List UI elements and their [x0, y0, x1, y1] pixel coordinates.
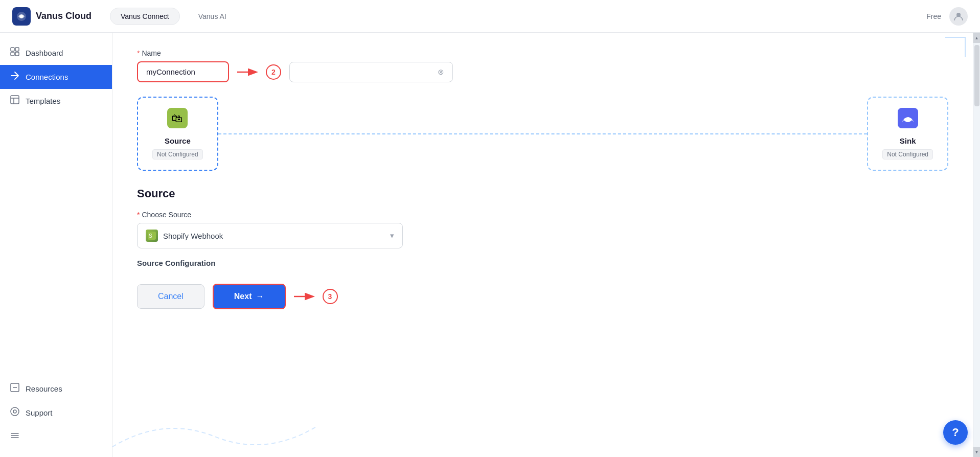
sink-status: Not Configured: [882, 149, 933, 159]
sidebar-item-label: Dashboard: [26, 49, 63, 57]
shopify-icon: S: [146, 230, 158, 242]
connection-line: [218, 133, 868, 134]
sidebar-item-label: Resources: [26, 384, 62, 393]
sidebar-item-support[interactable]: Support: [0, 401, 112, 425]
dropdown-chevron[interactable]: ▾: [390, 231, 394, 240]
source-config-label: Source Configuration: [137, 259, 948, 267]
name-field-display[interactable]: ⊗: [289, 62, 453, 82]
source-icon: 🛍: [167, 108, 188, 132]
user-avatar[interactable]: [949, 7, 968, 26]
sidebar-item-resources[interactable]: Resources: [0, 377, 112, 401]
sink-label: Sink: [900, 136, 916, 145]
logs-icon: [10, 431, 19, 443]
scroll-down-button[interactable]: ▼: [973, 447, 981, 457]
sidebar-item-connections[interactable]: Connections: [0, 65, 112, 89]
logo-area: Vanus Cloud: [12, 7, 92, 26]
name-field-group: * Name: [137, 49, 948, 82]
arrow-annotation-3: 3: [294, 289, 338, 304]
svg-rect-4: [15, 48, 19, 51]
source-dropdown[interactable]: S Shopify Webhook ▾: [137, 223, 403, 248]
vanus-ai-tab[interactable]: Vanus AI: [188, 8, 237, 25]
support-icon: [10, 407, 19, 419]
sink-icon: [898, 108, 918, 132]
sidebar-bottom: Resources Support: [0, 377, 112, 449]
name-row: 2 ⊗: [137, 61, 948, 82]
main-layout: Dashboard Connections Templates: [0, 33, 980, 457]
svg-rect-3: [11, 48, 14, 51]
svg-point-22: [909, 118, 911, 120]
top-navigation: Vanus Cloud Vanus Connect Vanus AI Free: [0, 0, 980, 33]
svg-point-1: [20, 15, 23, 18]
scrollbar-track: ▲ ▼: [973, 33, 980, 457]
sidebar: Dashboard Connections Templates: [0, 33, 112, 457]
next-button[interactable]: Next →: [213, 284, 286, 309]
connections-icon: [10, 71, 19, 83]
plan-badge: Free: [926, 12, 941, 20]
required-star: *: [137, 49, 140, 57]
svg-point-21: [904, 118, 906, 120]
svg-rect-5: [11, 52, 14, 56]
arrow-annotation-2: 2: [237, 64, 281, 80]
next-arrow-icon: →: [256, 292, 264, 301]
buttons-row: Cancel Next →: [137, 284, 948, 309]
sidebar-item-label: Connections: [26, 73, 68, 81]
scroll-up-button[interactable]: ▲: [973, 33, 981, 43]
sidebar-item-label: Support: [26, 408, 53, 417]
cancel-button[interactable]: Cancel: [137, 284, 204, 309]
dropdown-left: S Shopify Webhook: [146, 230, 223, 242]
sidebar-item-logs[interactable]: [0, 425, 112, 449]
templates-icon: [10, 95, 19, 107]
corner-decoration: [945, 37, 966, 57]
source-status: Not Configured: [152, 149, 203, 159]
svg-text:🛍: 🛍: [171, 112, 183, 125]
step-2-circle: 2: [266, 64, 281, 80]
help-button[interactable]: ?: [943, 420, 968, 445]
bottom-decoration: [112, 406, 317, 457]
dropdown-value: Shopify Webhook: [163, 232, 223, 240]
content-area: * Name: [112, 33, 980, 457]
sidebar-item-dashboard[interactable]: Dashboard: [0, 41, 112, 65]
source-section-title: Source: [137, 187, 948, 200]
sidebar-item-templates[interactable]: Templates: [0, 89, 112, 113]
nav-right: Free: [926, 7, 968, 26]
svg-text:S: S: [149, 233, 152, 239]
name-label: * Name: [137, 49, 948, 57]
source-label: Source: [165, 136, 191, 145]
svg-point-13: [13, 410, 16, 413]
svg-point-12: [11, 407, 19, 416]
source-card[interactable]: 🛍 Source Not Configured: [137, 97, 218, 171]
name-input[interactable]: [137, 61, 229, 82]
resources-icon: [10, 383, 19, 395]
choose-source-label: * Choose Source: [137, 211, 948, 219]
form-panel: * Name: [112, 33, 973, 457]
step-3-circle: 3: [323, 289, 338, 304]
dashboard-icon: [10, 47, 19, 59]
clear-icon[interactable]: ⊗: [438, 67, 444, 77]
logo-icon: [12, 7, 31, 26]
sink-card[interactable]: Sink Not Configured: [867, 97, 948, 171]
scrollbar-thumb[interactable]: [974, 45, 979, 106]
connection-diagram: 🛍 Source Not Configured: [137, 97, 948, 171]
sidebar-item-label: Templates: [26, 97, 60, 105]
vanus-connect-tab[interactable]: Vanus Connect: [110, 8, 180, 25]
svg-rect-7: [11, 96, 19, 104]
svg-rect-6: [15, 52, 19, 56]
